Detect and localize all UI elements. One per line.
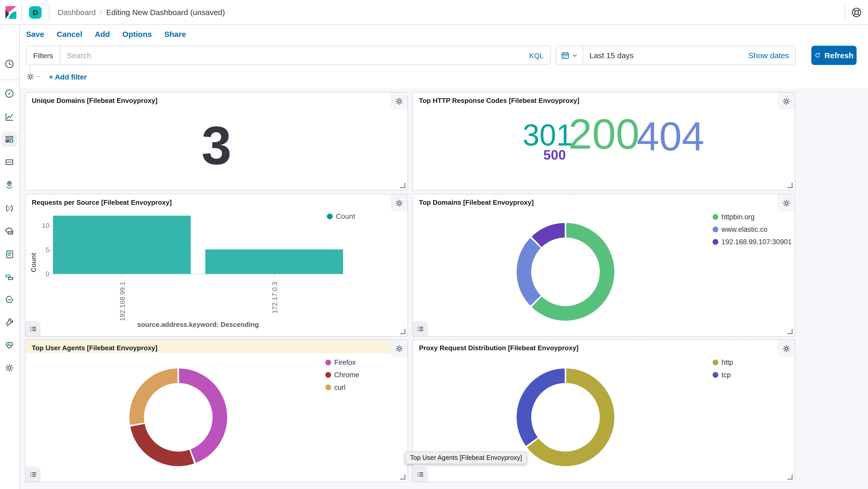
tag-301[interactable]: 301 [523, 120, 573, 150]
bar-172-17-0-3[interactable] [205, 250, 343, 274]
clock-icon [4, 59, 14, 69]
panel-drag-header[interactable]: Top User Agents [Filebeat Envoyproxy] [26, 340, 407, 353]
legend-toggle-button[interactable] [413, 467, 428, 482]
search-group: Filters KQL [26, 46, 551, 65]
sidebar-item-machine-learning[interactable] [2, 201, 17, 216]
chart-legend[interactable]: Count [327, 212, 355, 220]
legend-dot [713, 359, 718, 365]
share-button[interactable]: Share [164, 30, 186, 38]
space-badge[interactable]: D [29, 6, 41, 19]
legend-dot [326, 359, 331, 365]
panel-resize-handle[interactable] [787, 329, 793, 334]
sidebar-item-maps[interactable] [2, 177, 17, 193]
sidebar-item-discover[interactable] [2, 86, 17, 101]
panel-resize-handle[interactable] [400, 475, 405, 480]
sidebar-item-infrastructure[interactable] [2, 224, 17, 239]
legend-item[interactable]: http [713, 359, 733, 366]
legend-label[interactable]: Count [336, 212, 355, 220]
sidebar-item-logs[interactable] [2, 246, 17, 262]
panel-options-button[interactable] [390, 194, 407, 211]
nav-divider [21, 3, 22, 21]
bar-192-168-99-1[interactable] [53, 216, 191, 274]
legend-item[interactable]: www.elastic.co [713, 226, 792, 233]
legend-item[interactable]: httpbin.org [713, 213, 792, 220]
ticket-icon [4, 157, 14, 167]
panel-options-button[interactable] [778, 340, 795, 357]
sidebar-item-recently-viewed[interactable] [2, 56, 17, 72]
kibana-logo-icon[interactable] [4, 5, 18, 19]
legend-dot [326, 384, 331, 390]
save-button[interactable]: Save [26, 30, 44, 38]
bar-chart-icon [4, 112, 14, 122]
y-tick-mark [50, 250, 52, 251]
heart-pulse-icon [4, 340, 14, 350]
panel-resize-handle[interactable] [787, 183, 793, 188]
donut-chart[interactable] [129, 368, 227, 466]
sidebar-item-canvas[interactable] [2, 154, 17, 170]
panel-title[interactable]: Proxy Request Distribution [Filebeat Env… [413, 340, 795, 356]
filter-options-row: + Add filter [19, 65, 868, 88]
donut-chart[interactable] [517, 223, 614, 321]
panel-title[interactable]: Top HTTP Response Codes [Filebeat Envoyp… [413, 93, 795, 108]
add-filter-button[interactable]: + Add filter [49, 73, 87, 81]
time-range-value[interactable]: Last 15 days [583, 51, 742, 60]
query-bar: Filters KQL Last 15 days Show dates [19, 46, 868, 65]
panel-title[interactable]: Top Domains [Filebeat Envoyproxy] [413, 194, 795, 210]
lifebuoy-icon [851, 6, 862, 18]
sidebar-item-visualize[interactable] [2, 109, 17, 125]
panel-options-button[interactable] [390, 93, 407, 110]
help-button[interactable] [845, 3, 868, 21]
legend-label: httpbin.org [721, 213, 755, 221]
legend-toggle-button[interactable] [26, 321, 40, 336]
panel-resize-handle[interactable] [400, 329, 405, 334]
panel-options-button[interactable] [778, 194, 795, 211]
legend-item[interactable]: Firefox [326, 359, 359, 366]
search-input[interactable] [60, 51, 522, 60]
show-dates-button[interactable]: Show dates [742, 51, 795, 60]
panel-top-http-response-codes[interactable]: Top HTTP Response Codes [Filebeat Envoyp… [412, 92, 795, 191]
refresh-button[interactable]: Refresh [811, 46, 857, 65]
sidebar-item-dev-tools[interactable] [2, 315, 17, 330]
panel-resize-handle[interactable] [787, 475, 793, 480]
panel-resize-handle[interactable] [400, 183, 405, 188]
panel-options-button[interactable] [778, 93, 795, 110]
panel-title[interactable]: Requests per Source [Filebeat Envoyproxy… [26, 194, 407, 210]
tag-500[interactable]: 500 [544, 148, 566, 162]
panel-unique-domains[interactable]: Unique Domains [Filebeat Envoyproxy] 3 [25, 92, 408, 191]
side-nav [0, 25, 20, 489]
legend-label: www.elastic.co [721, 225, 768, 233]
sidebar-item-stack-monitoring[interactable] [2, 337, 17, 353]
options-button[interactable]: Options [122, 30, 152, 38]
legend-item[interactable]: 192.168.99.107:30901 [713, 238, 792, 245]
filter-options-gear-icon[interactable] [26, 72, 35, 81]
kql-toggle[interactable]: KQL [522, 51, 551, 60]
cancel-button[interactable]: Cancel [57, 30, 82, 38]
panel-requests-per-source[interactable]: Requests per Source [Filebeat Envoyproxy… [25, 194, 408, 337]
donut-chart[interactable] [517, 368, 614, 466]
sidebar-item-management[interactable] [2, 360, 17, 376]
tag-404[interactable]: 404 [637, 116, 704, 156]
cloud-server-icon [4, 226, 14, 236]
sidebar-item-dashboard[interactable] [2, 131, 17, 147]
sidebar-item-uptime[interactable] [2, 292, 17, 307]
legend-toggle-button[interactable] [413, 321, 428, 336]
panel-top-domains[interactable]: Top Domains [Filebeat Envoyproxy] httpbi… [412, 194, 795, 337]
legend-label: tcp [721, 371, 731, 379]
breadcrumb-separator: / [100, 8, 102, 17]
add-button[interactable]: Add [95, 30, 110, 38]
tag-200[interactable]: 200 [568, 113, 640, 155]
filters-label: Filters [33, 51, 53, 60]
panel-top-user-agents[interactable]: Top User Agents [Filebeat Envoyproxy] Fi… [25, 339, 408, 482]
sidebar-item-apm[interactable] [2, 269, 17, 285]
legend-dot [326, 372, 331, 378]
donut-hole [531, 383, 600, 452]
date-quick-select-button[interactable] [556, 46, 583, 64]
legend-toggle-button[interactable] [26, 467, 40, 482]
filters-button[interactable]: Filters [27, 46, 60, 64]
legend-item[interactable]: curl [326, 384, 359, 391]
legend-item[interactable]: Chrome [326, 371, 359, 378]
legend-item[interactable]: tcp [713, 371, 733, 378]
breadcrumb-dashboard-link[interactable]: Dashboard [58, 8, 96, 17]
legend-dot [713, 214, 718, 220]
panel-options-button[interactable] [390, 340, 407, 357]
